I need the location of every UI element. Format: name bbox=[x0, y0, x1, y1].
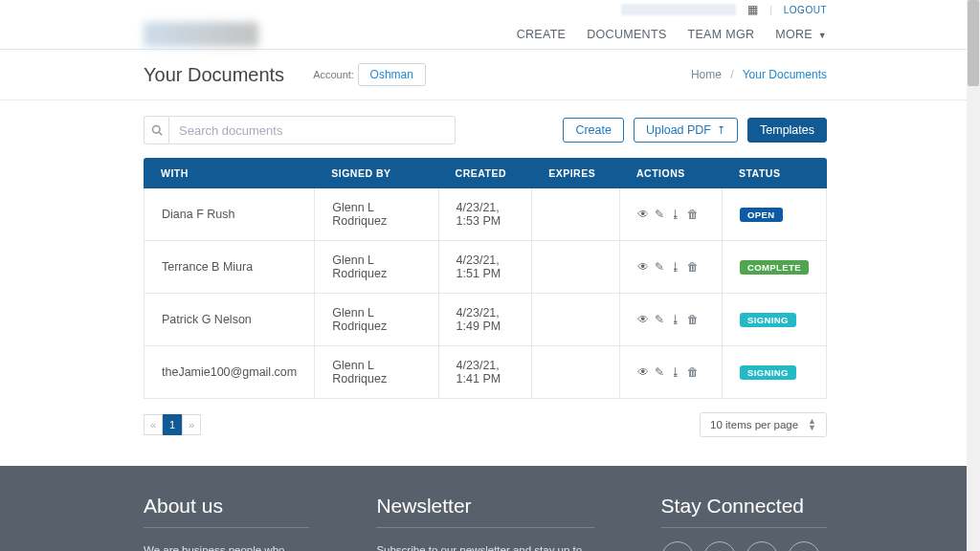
chevron-down-icon: ▼ bbox=[818, 31, 827, 40]
status-badge: SIGNING bbox=[740, 365, 796, 380]
col-actions: ACTIONS bbox=[619, 158, 722, 188]
search-icon bbox=[144, 116, 168, 144]
view-icon[interactable]: 👁 bbox=[637, 365, 649, 379]
col-signed-by[interactable]: SIGNED BY bbox=[314, 158, 437, 188]
account-selector[interactable]: Oshman bbox=[358, 63, 426, 86]
page-1[interactable]: 1 bbox=[163, 414, 182, 435]
svg-line-1 bbox=[159, 132, 162, 135]
view-icon[interactable]: 👁 bbox=[637, 208, 649, 221]
social-linkedin[interactable]: in bbox=[788, 541, 820, 551]
user-name-blur bbox=[621, 4, 736, 15]
table-row[interactable]: theJamie100@gmail.comGlenn L Rodriquez4/… bbox=[144, 346, 827, 399]
cell-expires bbox=[531, 241, 619, 294]
brand-logo[interactable] bbox=[144, 22, 258, 47]
cell-signed-by: Glenn L Rodriquez bbox=[314, 346, 437, 399]
svg-point-0 bbox=[152, 126, 160, 134]
templates-button[interactable]: Templates bbox=[747, 118, 827, 143]
delete-icon[interactable]: 🗑 bbox=[687, 260, 699, 274]
apps-grid-icon[interactable]: ▦ bbox=[747, 3, 758, 16]
status-badge: COMPLETE bbox=[740, 260, 809, 275]
download-icon[interactable]: ⭳ bbox=[670, 313, 681, 326]
nav-more[interactable]: MORE ▼ bbox=[775, 28, 827, 41]
page-title: Your Documents bbox=[144, 64, 284, 86]
create-button[interactable]: Create bbox=[563, 118, 624, 143]
social-facebook[interactable]: f bbox=[661, 541, 694, 551]
download-icon[interactable]: ⭳ bbox=[670, 365, 681, 379]
documents-table: WITH SIGNED BY CREATED EXPIRES ACTIONS S… bbox=[144, 158, 827, 399]
breadcrumb: Home / Your Documents bbox=[691, 68, 827, 81]
footer-newsletter-heading: Newsletter bbox=[376, 495, 593, 528]
social-google[interactable]: G bbox=[746, 541, 778, 551]
download-icon[interactable]: ⭳ bbox=[670, 208, 681, 221]
cell-signed-by: Glenn L Rodriquez bbox=[314, 188, 437, 241]
nav-documents[interactable]: DOCUMENTS bbox=[587, 28, 666, 41]
upload-pdf-button[interactable]: Upload PDF ⤒ bbox=[634, 118, 738, 143]
upload-icon: ⤒ bbox=[717, 124, 725, 137]
items-per-page[interactable]: 10 items per page ▲▼ bbox=[700, 412, 827, 437]
delete-icon[interactable]: 🗑 bbox=[687, 365, 699, 379]
cell-created: 4/23/21, 1:51 PM bbox=[438, 241, 532, 294]
col-with[interactable]: WITH bbox=[144, 158, 314, 188]
edit-icon[interactable]: ✎ bbox=[655, 260, 664, 274]
cell-created: 4/23/21, 1:49 PM bbox=[438, 294, 532, 346]
breadcrumb-home[interactable]: Home bbox=[691, 68, 722, 81]
table-row[interactable]: Diana F RushGlenn L Rodriquez4/23/21, 1:… bbox=[144, 188, 827, 241]
cell-signed-by: Glenn L Rodriquez bbox=[314, 241, 437, 294]
cell-with: theJamie100@gmail.com bbox=[144, 346, 314, 399]
status-badge: OPEN bbox=[740, 208, 783, 222]
view-icon[interactable]: 👁 bbox=[637, 313, 649, 326]
table-row[interactable]: Patrick G NelsonGlenn L Rodriquez4/23/21… bbox=[144, 294, 827, 346]
social-twitter[interactable]: t bbox=[703, 541, 736, 551]
logout-link[interactable]: LOGOUT bbox=[784, 5, 827, 15]
cell-created: 4/23/21, 1:53 PM bbox=[438, 188, 532, 241]
pagination: « 1 » bbox=[144, 414, 201, 435]
cell-with: Diana F Rush bbox=[144, 188, 314, 241]
delete-icon[interactable]: 🗑 bbox=[687, 313, 699, 326]
download-icon[interactable]: ⭳ bbox=[670, 260, 681, 274]
delete-icon[interactable]: 🗑 bbox=[687, 208, 699, 221]
scrollbar[interactable] bbox=[967, 0, 980, 551]
cell-expires bbox=[531, 188, 619, 241]
search-input[interactable] bbox=[168, 116, 456, 144]
table-row[interactable]: Terrance B MiuraGlenn L Rodriquez4/23/21… bbox=[144, 241, 827, 294]
footer-about-text: We are business people who have all wres… bbox=[144, 541, 309, 551]
breadcrumb-current: Your Documents bbox=[743, 68, 827, 81]
col-created[interactable]: CREATED bbox=[438, 158, 532, 188]
cell-with: Terrance B Miura bbox=[144, 241, 314, 294]
cell-signed-by: Glenn L Rodriquez bbox=[314, 294, 437, 346]
col-expires[interactable]: EXPIRES bbox=[531, 158, 619, 188]
edit-icon[interactable]: ✎ bbox=[655, 313, 664, 326]
footer-newsletter-text: Subscribe to our newsletter and stay up … bbox=[376, 541, 593, 551]
status-badge: SIGNING bbox=[740, 313, 796, 327]
scrollbar-thumb[interactable] bbox=[968, 0, 979, 86]
cell-created: 4/23/21, 1:41 PM bbox=[438, 346, 532, 399]
edit-icon[interactable]: ✎ bbox=[655, 208, 664, 221]
view-icon[interactable]: 👁 bbox=[637, 260, 649, 274]
account-label: Account: bbox=[313, 69, 354, 80]
edit-icon[interactable]: ✎ bbox=[655, 365, 664, 379]
cell-expires bbox=[531, 294, 619, 346]
cell-with: Patrick G Nelson bbox=[144, 294, 314, 346]
page-prev[interactable]: « bbox=[144, 414, 163, 435]
divider: | bbox=[769, 5, 772, 15]
footer-about-heading: About us bbox=[144, 495, 309, 528]
footer-social-heading: Stay Connected bbox=[661, 495, 827, 528]
cell-expires bbox=[531, 346, 619, 399]
page-next[interactable]: » bbox=[182, 414, 201, 435]
nav-create[interactable]: CREATE bbox=[517, 28, 567, 41]
nav-team-mgr[interactable]: TEAM MGR bbox=[688, 28, 755, 41]
col-status[interactable]: STATUS bbox=[722, 158, 827, 188]
sort-icon: ▲▼ bbox=[808, 418, 816, 431]
